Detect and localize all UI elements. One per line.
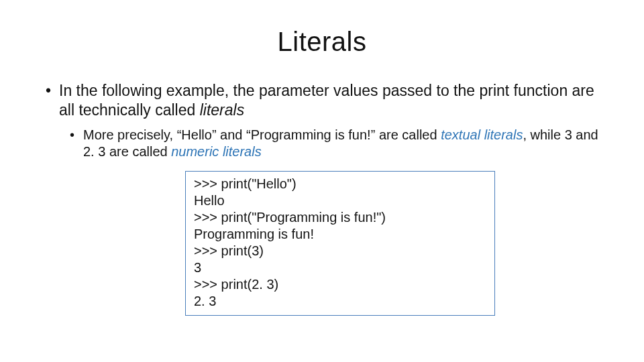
slide: Literals In the following example, the p… (0, 0, 644, 362)
code-line: >>> print("Programming is fun!") (194, 209, 486, 226)
code-line: 3 (194, 259, 486, 276)
bullet2-part1: More precisely, “Hello” and “Programming… (83, 127, 441, 142)
slide-title: Literals (43, 27, 601, 57)
code-line: >>> print("Hello") (194, 176, 486, 192)
code-line: Programming is fun! (194, 226, 486, 243)
code-line: >>> print(2. 3) (194, 276, 486, 293)
textual-literals-term: textual literals (441, 127, 523, 142)
bullet1-italic: literals (200, 101, 244, 119)
code-line: >>> print(3) (194, 243, 486, 259)
code-example-box: >>> print("Hello") Hello >>> print("Prog… (185, 171, 495, 316)
code-line: 2. 3 (194, 293, 486, 310)
bullet-level-1: In the following example, the parameter … (43, 81, 601, 120)
bullet-level-2: More precisely, “Hello” and “Programming… (67, 127, 601, 160)
code-line: Hello (194, 192, 486, 209)
bullet1-text: In the following example, the parameter … (59, 82, 594, 119)
numeric-literals-term: numeric literals (171, 144, 261, 159)
